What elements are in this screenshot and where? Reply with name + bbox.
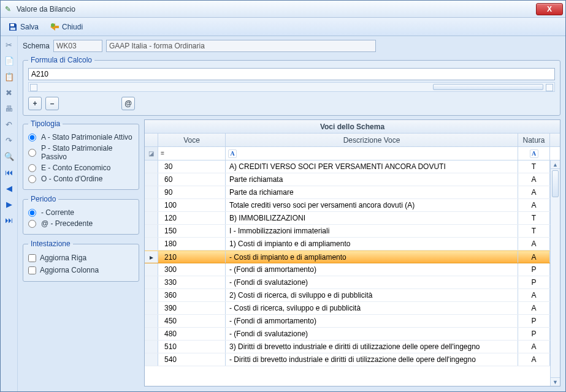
cell-desc: - (Fondi di svalutazione) [226,328,518,340]
window-icon: ✎ [3,4,13,14]
schema-code-input[interactable] [53,40,102,52]
grid-head-desc[interactable]: Descrizione Voce [226,134,518,146]
scroll-up-icon[interactable]: ▲ [551,160,560,169]
row-marker [145,225,158,237]
cell-voce: 100 [158,199,226,211]
schema-desc-input[interactable] [106,40,376,52]
cell-voce: 30 [158,160,226,173]
nav-first-icon[interactable]: ⏮ [3,166,15,178]
formula-hscroll[interactable] [28,82,555,92]
table-row[interactable]: 480- (Fondi di svalutazione)P [145,328,560,341]
cell-voce: 480 [158,328,226,340]
cell-desc: I - Immobilizzazioni immateriali [226,225,518,237]
table-row[interactable]: 90Parte da richiamareA [145,186,560,199]
tool-icon-4[interactable]: ✖ [3,86,15,99]
grid-filter-row: ◪ = A A [145,147,560,160]
intestazione-option-1[interactable]: Aggiorna Colonna [28,264,134,276]
scroll-down-icon[interactable]: ▼ [551,377,560,386]
lower-columns: Tipologia A - Stato Patrimoniale AttivoP… [23,119,560,386]
tipologia-legend: Tipologia [28,119,63,128]
table-row[interactable]: 300- (Fondi di ammortamento)P [145,263,560,276]
intestazione-check-1[interactable] [28,266,36,274]
tipologia-option-2[interactable]: E - Conto Economico [28,162,134,173]
nav-last-icon[interactable]: ⏭ [3,214,15,226]
grid-filter-nat[interactable]: A [518,147,550,160]
table-row[interactable]: 150I - Immobilizzazioni immaterialiT [145,225,560,238]
periodo-option-1[interactable]: @ - Precedente [28,218,134,229]
tipologia-option-1[interactable]: P - Stato Patrimoniale Passivo [28,143,134,162]
grid-head-natura[interactable]: Natura [518,134,550,146]
grid-vscroll[interactable]: ▲ ▼ [550,160,560,386]
chiudi-button[interactable]: Chiudi [46,20,86,34]
cell-desc: Parte richiamata [226,173,518,186]
row-marker [145,173,158,186]
grid-head-voce[interactable]: Voce [158,134,226,146]
tool-icon-2[interactable]: 📄 [3,55,15,67]
table-row[interactable]: 120B) IMMOBILIZZAZIONIT [145,212,560,225]
row-marker [145,160,158,173]
cell-voce: 450 [158,315,226,327]
minus-button[interactable]: – [45,97,59,110]
table-row[interactable]: 3602) Costi di ricerca, di sviluppo e di… [145,289,560,302]
cell-desc: - Diritti di brevetto industriale e diri… [226,353,518,366]
tool-icon-3[interactable]: 📋 [3,70,15,83]
cell-voce: 360 [158,289,226,301]
table-row[interactable]: 60Parte richiamataA [145,173,560,186]
formula-input[interactable] [28,68,555,80]
save-button[interactable]: Salva [4,20,42,34]
scroll-thumb[interactable] [552,170,559,197]
svg-point-2 [51,23,55,27]
table-row[interactable]: 390- Costi di ricerca, sviluppo e di pub… [145,302,560,315]
intestazione-option-0[interactable]: Aggiorna Riga [28,252,134,264]
table-row[interactable]: 30A) CREDITI VERSO SOCI PER VERSAMENTI A… [145,160,560,173]
cell-voce: 180 [158,238,226,250]
main-area: Schema Formula di Calcolo + – @ Ti [18,36,565,391]
tool-icon-6[interactable]: ↶ [3,118,15,130]
periodo-radio-1[interactable] [28,220,36,228]
chiudi-label: Chiudi [62,23,83,31]
cell-natura: A [518,186,550,198]
tipologia-option-0[interactable]: A - Stato Patrimoniale Attivo [28,132,134,143]
table-row[interactable]: 100Totale crediti verso soci per versame… [145,199,560,212]
table-row[interactable]: 5103) Diritti di brevetto industriale e … [145,341,560,353]
tipologia-radio-3[interactable] [28,175,36,183]
window-close-button[interactable]: X [536,3,563,15]
row-marker [145,315,158,327]
tool-icon-binoculars[interactable]: 🔍 [3,150,15,162]
body: ✂ 📄 📋 ✖ 🖶 ↶ ↷ 🔍 ⏮ ◀ ▶ ⏭ Schema Formula d… [1,36,565,391]
table-row[interactable]: 540- Diritti di brevetto industriale e d… [145,353,560,366]
cell-natura: A [518,302,550,314]
row-marker [145,238,158,250]
grid-body: 30A) CREDITI VERSO SOCI PER VERSAMENTI A… [145,160,560,386]
grid-filter-desc[interactable]: A [226,147,518,160]
cell-voce: 330 [158,276,226,288]
table-row[interactable]: 450- (Fondi di ammortamento)P [145,315,560,328]
tool-icon-5[interactable]: 🖶 [3,102,15,115]
tipologia-radio-1[interactable] [28,149,36,157]
tipologia-radio-0[interactable] [28,134,36,141]
cell-natura: A [518,199,550,211]
table-row[interactable]: 330- (Fondi di svalutazione)P [145,276,560,289]
table-row[interactable]: 1801) Costi di impianto e di ampliamento… [145,238,560,251]
tipologia-radio-2[interactable] [28,164,36,172]
grid-filter-icon[interactable]: ◪ [145,147,158,160]
at-button[interactable]: @ [121,97,135,110]
periodo-legend: Periodo [28,195,58,203]
periodo-radio-0[interactable] [28,209,36,217]
row-marker [145,353,158,366]
cell-voce: 210 [158,251,226,263]
cell-desc: A) CREDITI VERSO SOCI PER VERSAMENTI ANC… [226,160,518,173]
row-marker [145,302,158,314]
row-marker [145,341,158,353]
table-row[interactable]: 210- Costi di impianto e di ampliamentoA [145,251,560,263]
plus-button[interactable]: + [28,97,42,110]
nav-prev-icon[interactable]: ◀ [3,182,15,194]
tool-icon-7[interactable]: ↷ [3,134,15,146]
cell-natura: T [518,225,550,237]
nav-next-icon[interactable]: ▶ [3,198,15,210]
periodo-option-0[interactable]: - Corrente [28,207,134,218]
intestazione-check-0[interactable] [28,254,36,262]
tipologia-option-3[interactable]: O - Conto d'Ordine [28,173,134,184]
grid-filter-voce[interactable]: = [158,147,226,160]
tool-icon-1[interactable]: ✂ [3,39,15,51]
